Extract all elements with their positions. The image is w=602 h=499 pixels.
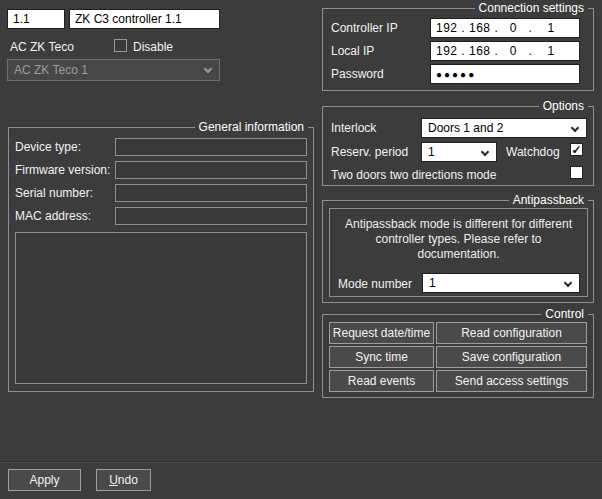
mac-address-field — [115, 207, 307, 225]
connection-settings-title: Connection settings — [475, 1, 588, 16]
mode-number-label: Mode number — [338, 277, 412, 291]
disable-label: Disable — [133, 40, 173, 54]
options-title: Options — [539, 99, 588, 114]
device-notes-area — [15, 232, 307, 384]
undo-button[interactable]: Undo — [96, 469, 151, 491]
watchdog-label: Watchdog — [506, 145, 560, 159]
connection-settings-group: Connection settings Controller IP Local … — [322, 8, 594, 91]
chevron-down-icon — [571, 124, 579, 132]
interlock-value: Doors 1 and 2 — [428, 121, 503, 135]
control-title: Control — [541, 307, 588, 322]
general-information-group: General information Device type: Firmwar… — [8, 127, 314, 392]
undo-label-rest: ndo — [118, 473, 138, 487]
serial-number-field-label: Serial number: — [15, 186, 93, 200]
reserv-period-value: 1 — [428, 145, 435, 159]
chevron-down-icon — [564, 279, 572, 287]
reserv-period-select[interactable]: 1 — [421, 142, 497, 162]
serial-number-field — [115, 184, 307, 202]
chevron-down-icon — [481, 148, 489, 156]
undo-mnemonic: U — [109, 473, 118, 487]
parent-device-select: AC ZK Teco 1 — [7, 59, 220, 81]
mode-number-value: 1 — [429, 276, 436, 290]
two-doors-label: Two doors two directions mode — [331, 168, 496, 182]
controller-name-input[interactable] — [69, 9, 220, 29]
disable-checkbox[interactable] — [114, 39, 127, 52]
reserv-period-label: Reserv. period — [331, 145, 408, 159]
antipassback-inner-panel: Antipassback mode is different for diffe… — [329, 208, 588, 297]
device-type-field-label: Device type: — [15, 140, 81, 154]
antipassback-note: Antipassback mode is different for diffe… — [330, 217, 587, 262]
two-doors-checkbox[interactable] — [570, 166, 583, 179]
interlock-select[interactable]: Doors 1 and 2 — [421, 118, 587, 138]
antipassback-group: Antipassback Antipassback mode is differ… — [322, 200, 594, 303]
local-ip-input[interactable] — [430, 41, 580, 61]
interlock-label: Interlock — [331, 121, 376, 135]
save-configuration-button[interactable]: Save configuration — [436, 346, 587, 368]
apply-button[interactable]: Apply — [8, 469, 81, 491]
controller-settings-panel: AC ZK Teco Disable AC ZK Teco 1 General … — [0, 0, 602, 499]
general-information-title: General information — [195, 120, 308, 135]
mac-address-field-label: MAC address: — [15, 209, 91, 223]
firmware-version-field-label: Firmware version: — [15, 163, 110, 177]
read-configuration-button[interactable]: Read configuration — [436, 322, 587, 344]
footer-divider — [0, 461, 602, 462]
parent-device-value: AC ZK Teco 1 — [14, 63, 88, 77]
send-access-settings-button[interactable]: Send access settings — [436, 370, 587, 392]
sync-time-button[interactable]: Sync time — [329, 346, 434, 368]
firmware-version-field — [115, 161, 307, 179]
password-label: Password — [331, 67, 384, 81]
control-group: Control Request date/time Read configura… — [322, 314, 594, 398]
check-icon: ✓ — [571, 144, 581, 156]
chevron-down-icon — [204, 65, 212, 73]
password-input[interactable] — [430, 64, 580, 84]
mode-number-select[interactable]: 1 — [422, 273, 580, 293]
controller-ip-input[interactable] — [430, 18, 580, 38]
options-group: Options Interlock Doors 1 and 2 Reserv. … — [322, 106, 594, 186]
device-type-label: AC ZK Teco — [10, 40, 74, 54]
read-events-button[interactable]: Read events — [329, 370, 434, 392]
address-input[interactable] — [7, 9, 65, 29]
request-datetime-button[interactable]: Request date/time — [329, 322, 434, 344]
antipassback-title: Antipassback — [509, 193, 588, 208]
device-type-field — [115, 138, 307, 156]
watchdog-checkbox[interactable]: ✓ — [570, 143, 583, 156]
controller-ip-label: Controller IP — [331, 21, 398, 35]
local-ip-label: Local IP — [331, 44, 374, 58]
